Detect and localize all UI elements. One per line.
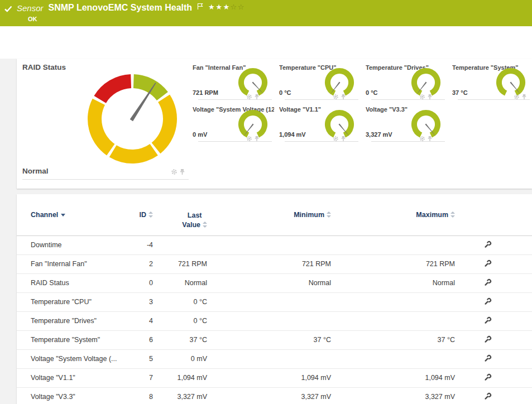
channel-settings-wrench-icon[interactable] <box>484 241 492 250</box>
minimum-cell: 37 °C <box>210 330 334 349</box>
last-value-cell: 0 °C <box>156 311 210 330</box>
col-header-id[interactable]: ID <box>123 206 156 235</box>
maximum-cell: 1,094 mV <box>334 368 458 387</box>
channel-panel-value: 0 °C <box>366 89 378 96</box>
sensor-kind-label: Sensor <box>17 3 44 13</box>
channel-name-cell: Temperature "CPU" <box>17 292 123 311</box>
maximum-cell <box>334 349 458 368</box>
channel-settings-wrench-icon[interactable] <box>484 373 492 383</box>
tab-bar: Overview Live Data 2days 30days 365days … <box>0 26 532 59</box>
channel-panel-value: 0 °C <box>279 89 291 96</box>
channel-name-cell: Voltage "V1.1" <box>17 368 123 387</box>
gauge-segment-yellow <box>152 94 177 153</box>
id-cell: 0 <box>123 273 156 292</box>
gauge-segment-red <box>94 74 131 103</box>
table-row: Voltage "System Voltage (... 5 0 mV <box>17 349 532 368</box>
channel-settings-wrench-icon[interactable] <box>484 316 492 326</box>
sensor-status-text: OK <box>28 16 37 22</box>
minimum-cell <box>210 235 334 254</box>
maximum-cell: 721 RPM <box>334 254 458 273</box>
minimum-cell <box>210 311 334 330</box>
col-header-minimum[interactable]: Minimum <box>210 206 334 235</box>
table-row: RAID Status 0 Normal Normal Normal <box>17 273 532 292</box>
channel-name-cell: RAID Status <box>17 273 123 292</box>
channel-panel-temp-drives: Temperature "Drives" 0 °C <box>366 62 447 100</box>
pin-icon[interactable] <box>180 169 185 175</box>
gear-icon[interactable] <box>171 169 178 175</box>
sort-icon <box>203 222 207 228</box>
flag-icon[interactable] <box>197 3 203 10</box>
last-value-cell: 1,094 mV <box>156 368 210 387</box>
channel-panel-value: 0 mV <box>193 131 207 138</box>
minimum-cell: 1,094 mV <box>210 368 334 387</box>
sensor-ok-check-icon <box>4 6 12 12</box>
gauges-overview-card: RAID Status Normal <box>17 59 532 189</box>
id-cell: 3 <box>123 292 156 311</box>
minimum-cell <box>210 349 334 368</box>
table-row: Voltage "V1.1" 7 1,094 mV 1,094 mV 1,094… <box>17 368 532 387</box>
last-value-cell <box>156 235 210 254</box>
page-title: SNMP LenovoEMC System Health <box>49 3 193 13</box>
sensor-header: Sensor SNMP LenovoEMC System Health ★★★☆… <box>0 0 532 26</box>
id-cell: 5 <box>123 349 156 368</box>
maximum-cell: 37 °C <box>334 330 458 349</box>
table-row: Voltage "V3.3" 8 3,327 mV 3,327 mV 3,327… <box>17 387 532 404</box>
channel-settings-wrench-icon[interactable] <box>484 278 492 288</box>
channel-panel-voltage-v33: Voltage "V3.3" 3,327 mV <box>366 104 447 142</box>
gauge-segment-green <box>133 74 168 100</box>
table-header-row: Channel ID LastValue Minimum Maximum <box>17 206 532 235</box>
priority-stars[interactable]: ★★★☆☆ <box>208 3 245 11</box>
sort-direction-icon <box>61 214 65 217</box>
channel-name-cell: Voltage "V3.3" <box>17 387 123 404</box>
maximum-cell: 3,327 mV <box>334 387 458 404</box>
table-row: Temperature "Drives" 4 0 °C <box>17 311 532 330</box>
channel-name-cell: Fan "Internal Fan" <box>17 254 123 273</box>
minimum-cell: Normal <box>210 273 334 292</box>
table-row: Fan "Internal Fan" 2 721 RPM 721 RPM 721… <box>17 254 532 273</box>
col-header-actions <box>458 206 517 235</box>
channel-name-cell: Temperature "Drives" <box>17 311 123 330</box>
sort-icon <box>450 211 455 218</box>
channel-panel-voltage-v11: Voltage "V1.1" 1,094 mV <box>279 104 361 142</box>
raid-status-gauge[interactable] <box>85 71 180 166</box>
table-row: Temperature "System" 6 37 °C 37 °C 37 °C <box>17 330 532 349</box>
channel-settings-wrench-icon[interactable] <box>484 354 492 364</box>
divider <box>371 99 445 100</box>
maximum-cell <box>334 235 458 254</box>
divider <box>285 141 358 142</box>
id-cell: 6 <box>123 330 156 349</box>
channel-settings-wrench-icon[interactable] <box>484 335 492 345</box>
col-header-channel[interactable]: Channel <box>17 206 123 235</box>
divider <box>22 179 189 180</box>
minimum-cell: 3,327 mV <box>210 387 334 404</box>
last-value-cell: 0 °C <box>156 292 210 311</box>
channel-name-cell: Temperature "System" <box>17 330 123 349</box>
channel-panel-value: 721 RPM <box>193 89 218 96</box>
id-cell: 7 <box>123 368 156 387</box>
channels-table: Channel ID LastValue Minimum Maximum <box>17 206 532 404</box>
channel-settings-wrench-icon[interactable] <box>484 392 492 402</box>
gauge-segment-yellow <box>88 99 114 156</box>
last-value-cell: 0 mV <box>156 349 210 368</box>
divider <box>371 141 445 142</box>
id-cell: 2 <box>123 254 156 273</box>
col-header-last-value[interactable]: LastValue <box>156 206 210 235</box>
col-header-maximum[interactable]: Maximum <box>334 206 458 235</box>
maximum-cell: Normal <box>334 273 458 292</box>
last-value-cell: 721 RPM <box>156 254 210 273</box>
minimum-cell <box>210 292 334 311</box>
divider <box>198 99 272 100</box>
raid-status-gauge-panel: RAID Status Normal <box>17 59 191 180</box>
last-value-cell: 37 °C <box>156 330 210 349</box>
channel-settings-wrench-icon[interactable] <box>484 297 492 307</box>
raid-gauge-title: RAID Status <box>22 63 66 71</box>
channel-name-cell: Voltage "System Voltage (... <box>17 349 123 368</box>
channel-settings-wrench-icon[interactable] <box>484 259 492 269</box>
table-row: Temperature "CPU" 3 0 °C <box>17 292 532 311</box>
gauge-segment-yellow <box>109 144 158 163</box>
channel-panel-temp-cpu: Temperature "CPU" 0 °C <box>279 62 361 100</box>
channel-panel-fan-internal: Fan "Internal Fan" 721 RPM <box>193 62 274 100</box>
channel-panel-value: 37 °C <box>452 89 468 96</box>
channel-name-cell: Downtime <box>17 235 123 254</box>
table-row: Downtime -4 <box>17 235 532 254</box>
